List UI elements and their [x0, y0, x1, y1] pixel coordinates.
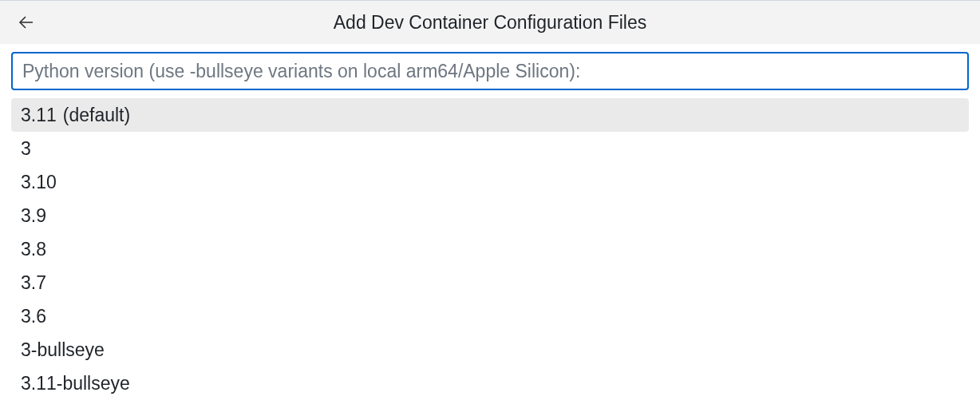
list-item-label: 3.6: [21, 307, 46, 326]
list-item-extra: (default): [63, 106, 130, 125]
list-item[interactable]: 3-bullseye: [11, 333, 969, 367]
list-item[interactable]: 3.11(default): [11, 98, 969, 132]
quick-pick-panel: Add Dev Container Configuration Files 3.…: [0, 0, 980, 420]
list-item[interactable]: 3.9: [11, 199, 969, 232]
list-item-label: 3.7: [21, 274, 46, 292]
list-item[interactable]: 3.7: [11, 266, 969, 299]
back-button[interactable]: [14, 10, 38, 34]
input-container: [0, 44, 980, 90]
panel-title: Add Dev Container Configuration Files: [13, 12, 967, 34]
list-item-label: 3-bullseye: [21, 341, 105, 359]
list-item-label: 3.11-bullseye: [21, 374, 130, 393]
list-item-label: 3.8: [21, 240, 46, 259]
list-item-label: 3.9: [21, 207, 46, 225]
list-item[interactable]: 3.8: [11, 232, 969, 266]
list-item[interactable]: 3.6: [11, 299, 969, 333]
list-item-label: 3.10: [21, 173, 57, 192]
list-item[interactable]: 3: [11, 132, 969, 165]
list-item[interactable]: 3.10: [11, 165, 969, 199]
panel-header: Add Dev Container Configuration Files: [0, 1, 980, 44]
list-item-label: 3.11: [21, 106, 57, 125]
arrow-left-icon: [17, 13, 36, 32]
options-list: 3.11(default)33.103.93.83.73.63-bullseye…: [0, 90, 980, 400]
list-item-label: 3: [21, 140, 31, 158]
version-input[interactable]: [11, 52, 969, 90]
list-item[interactable]: 3.11-bullseye: [11, 367, 969, 400]
